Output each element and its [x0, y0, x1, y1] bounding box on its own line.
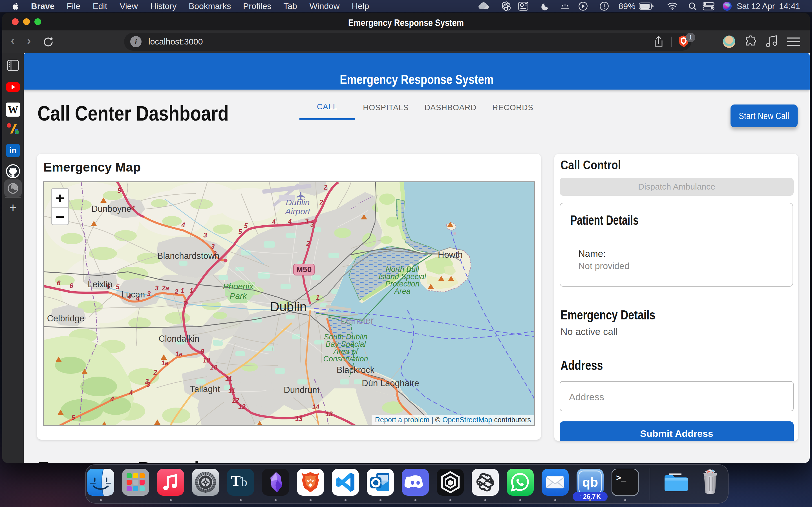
- svg-text:M50: M50: [296, 265, 312, 274]
- svg-text:Dún Laoghaire: Dún Laoghaire: [362, 378, 419, 388]
- svg-text:10: 10: [203, 356, 210, 364]
- svg-text:3: 3: [147, 381, 150, 388]
- svg-text:13: 13: [295, 415, 303, 422]
- svg-text:11: 11: [225, 375, 232, 383]
- svg-text:3: 3: [310, 221, 314, 228]
- svg-text:6: 6: [70, 282, 73, 290]
- svg-text:3: 3: [155, 284, 159, 292]
- svg-text:3: 3: [147, 290, 151, 297]
- svg-text:qb: qb: [582, 475, 598, 490]
- svg-text:6: 6: [57, 279, 61, 287]
- svg-text:Conservation: Conservation: [323, 355, 368, 363]
- svg-text:5: 5: [117, 187, 121, 194]
- svg-text:2: 2: [324, 184, 327, 191]
- svg-text:Blackrock: Blackrock: [337, 365, 375, 375]
- svg-text:2: 2: [306, 240, 310, 247]
- svg-text:Dunboyne: Dunboyne: [91, 204, 131, 214]
- svg-text:Celbridge: Celbridge: [47, 314, 85, 323]
- svg-text:12: 12: [238, 403, 246, 410]
- svg-text:4: 4: [131, 205, 135, 212]
- svg-text:13: 13: [325, 410, 333, 418]
- svg-text:Park: Park: [230, 291, 248, 300]
- svg-text:2: 2: [319, 199, 323, 206]
- svg-text:Howth: Howth: [438, 250, 463, 260]
- svg-text:Dundrum: Dundrum: [284, 385, 320, 395]
- svg-text:Clondalkin: Clondalkin: [159, 334, 200, 344]
- svg-text:Phoenix: Phoenix: [223, 282, 254, 291]
- svg-text:2a: 2a: [161, 284, 169, 292]
- svg-text:1: 1: [181, 287, 185, 294]
- svg-text:4: 4: [288, 218, 292, 225]
- svg-text:10: 10: [210, 363, 217, 371]
- svg-text:1a: 1a: [161, 359, 168, 367]
- svg-text:12: 12: [232, 397, 239, 404]
- svg-text:14: 14: [312, 403, 319, 411]
- svg-text:Tallaght: Tallaght: [190, 384, 220, 394]
- svg-text:9: 9: [201, 348, 204, 355]
- svg-text:1a: 1a: [175, 350, 183, 358]
- svg-text:4: 4: [272, 218, 276, 226]
- svg-text:Lucan: Lucan: [121, 290, 145, 299]
- svg-text:3: 3: [204, 231, 207, 239]
- svg-text:5: 5: [71, 414, 75, 421]
- svg-text:Leixlip: Leixlip: [88, 279, 112, 289]
- svg-text:Blanchardstown: Blanchardstown: [157, 251, 220, 261]
- svg-text:7: 7: [183, 300, 187, 307]
- svg-text:3: 3: [211, 243, 215, 250]
- svg-text:2: 2: [174, 288, 179, 295]
- svg-text:5: 5: [244, 222, 248, 230]
- svg-text:>_: >_: [616, 473, 626, 483]
- svg-text:1: 1: [190, 287, 193, 294]
- svg-text:Leinster: Leinster: [341, 315, 373, 326]
- svg-text:4: 4: [110, 395, 114, 403]
- svg-text:3: 3: [305, 217, 309, 225]
- svg-text:11: 11: [229, 387, 235, 395]
- svg-text:4: 4: [129, 389, 133, 397]
- svg-text:Airport: Airport: [285, 207, 311, 216]
- svg-text:Dublin: Dublin: [286, 198, 310, 207]
- svg-text:4: 4: [181, 221, 185, 229]
- svg-text:5: 5: [239, 228, 243, 235]
- svg-text:Dublin: Dublin: [270, 299, 307, 314]
- svg-text:1: 1: [316, 294, 320, 301]
- svg-text:2: 2: [153, 369, 157, 376]
- svg-text:Area: Area: [394, 287, 410, 295]
- svg-text:5: 5: [116, 283, 120, 291]
